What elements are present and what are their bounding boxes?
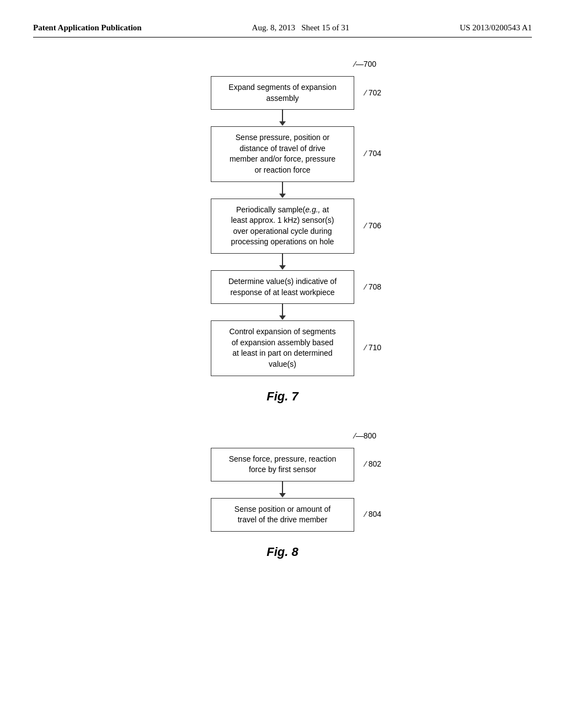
- fig7-step702-box: Expand segments of expansionassembly ∕ 7…: [211, 76, 354, 110]
- fig8-step802-ref: ∕ 802: [365, 459, 381, 470]
- fig8-step802-row: Sense force, pressure, reactionforce by …: [117, 448, 448, 481]
- fig7-step702-ref: ∕ 702: [365, 88, 381, 99]
- fig7-step702-row: Expand segments of expansionassembly ∕ 7…: [117, 76, 448, 110]
- header-date-sheet: Aug. 8, 2013 Sheet 15 of 31: [252, 22, 350, 34]
- diagrams-container: ∕—700 Expand segments of expansionassemb…: [33, 65, 532, 559]
- header-patent-number: US 2013/0200543 A1: [460, 22, 532, 34]
- fig8-step804-box: Sense position or amount oftravel of the…: [211, 498, 354, 532]
- fig8-step804-row: Sense position or amount oftravel of the…: [117, 498, 448, 532]
- fig7-step706-box: Periodically sample(e.g., atleast approx…: [211, 199, 354, 254]
- fig7-arrow1: [279, 110, 286, 126]
- header-date: Aug. 8, 2013: [252, 23, 295, 32]
- fig7-step704-ref: ∕ 704: [365, 149, 381, 160]
- fig7-step708-row: Determine value(s) indicative ofresponse…: [117, 270, 448, 304]
- fig7-arrow4: [279, 304, 286, 320]
- fig7-step708-box: Determine value(s) indicative ofresponse…: [211, 270, 354, 304]
- fig7-step710-row: Control expansion of segmentsof expansio…: [117, 320, 448, 376]
- fig7-step706-ref: ∕ 706: [365, 221, 381, 232]
- fig7-arrow2: [279, 182, 286, 199]
- fig7-step704-box: Sense pressure, position ordistance of t…: [211, 126, 354, 181]
- fig7-step706-row: Periodically sample(e.g., atleast approx…: [117, 199, 448, 254]
- fig8-ref: ∕—800: [354, 431, 376, 440]
- fig8-step802-box: Sense force, pressure, reactionforce by …: [211, 448, 354, 481]
- fig7-diagram: ∕—700 Expand segments of expansionassemb…: [117, 65, 448, 404]
- header-publication-label: Patent Application Publication: [33, 22, 142, 34]
- fig8-diagram: ∕—800 Sense force, pressure, reactionfor…: [117, 437, 448, 559]
- page: Patent Application Publication Aug. 8, 2…: [0, 0, 565, 728]
- fig7-label: Fig. 7: [266, 389, 298, 404]
- fig7-ref: ∕—700: [354, 60, 376, 68]
- fig8-label: Fig. 8: [266, 545, 298, 559]
- fig8-step804-ref: ∕ 804: [365, 509, 381, 520]
- fig7-arrow3: [279, 254, 286, 270]
- fig7-step710-box: Control expansion of segmentsof expansio…: [211, 320, 354, 376]
- header-sheet: Sheet 15 of 31: [301, 23, 349, 32]
- fig8-arrow1: [279, 481, 286, 498]
- fig7-step708-ref: ∕ 708: [365, 282, 381, 293]
- fig7-step710-ref: ∕ 710: [365, 343, 381, 354]
- page-header: Patent Application Publication Aug. 8, 2…: [33, 22, 532, 38]
- fig7-step704-row: Sense pressure, position ordistance of t…: [117, 126, 448, 181]
